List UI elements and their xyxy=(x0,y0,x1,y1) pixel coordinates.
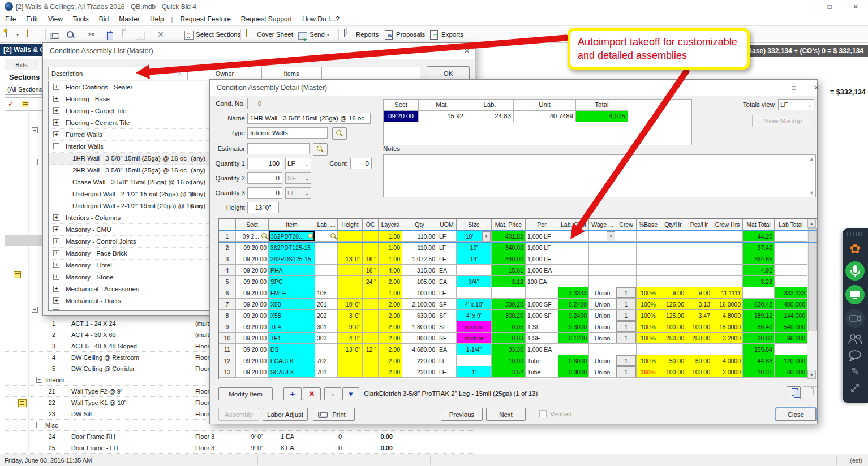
grid-cell[interactable]: 189.12 xyxy=(743,310,775,321)
grid-cell[interactable]: 10 xyxy=(219,333,236,344)
grid-cell[interactable] xyxy=(775,231,807,242)
grid-cell[interactable]: 701 xyxy=(315,366,338,378)
grid-cell[interactable]: 4.0000 xyxy=(712,355,743,366)
grid-cell[interactable]: 630.42 xyxy=(743,299,775,310)
grid-col-header[interactable]: OC xyxy=(363,219,379,231)
grid-row[interactable]: 109 2...362PDT20...1.00110.00LF10'▾401.8… xyxy=(219,231,817,242)
grid-col-header[interactable]: Size xyxy=(457,219,492,231)
maximize-button[interactable]: □ xyxy=(433,44,453,58)
type-field[interactable]: Interior Walls xyxy=(247,127,328,139)
grid-cell[interactable]: 3/4" xyxy=(457,276,492,287)
grid-cell[interactable]: X58 xyxy=(269,310,315,321)
grid-cell[interactable]: SF xyxy=(437,333,457,344)
grid-cell[interactable]: 1,072.50 xyxy=(402,253,437,265)
grid-cell[interactable] xyxy=(457,265,492,276)
close-button[interactable]: ✕ xyxy=(807,81,826,94)
grid-cell[interactable] xyxy=(338,231,363,242)
grid-col-header[interactable] xyxy=(219,219,236,231)
grid-cell[interactable] xyxy=(492,287,526,299)
grid-cell[interactable]: 09 20 00 xyxy=(236,344,269,355)
webcam-button[interactable] xyxy=(845,309,865,328)
grid-cell[interactable]: Union xyxy=(589,287,616,299)
grid-cell[interactable]: 2.00 xyxy=(379,276,402,287)
add-item-button[interactable]: + xyxy=(283,387,302,400)
grid-cell[interactable]: ▾ xyxy=(589,231,616,242)
grid-cell[interactable]: 100.00 xyxy=(686,321,712,333)
grid-cell[interactable]: Union xyxy=(589,310,616,321)
grid-cell[interactable]: 1.00 xyxy=(379,253,402,265)
ok-button[interactable]: OK xyxy=(427,66,470,80)
scroll-down-icon[interactable]: ▼ xyxy=(807,370,816,379)
grid-cell[interactable]: 18.0000 xyxy=(712,321,743,333)
grid-cell[interactable]: 125.00 xyxy=(660,299,686,310)
grid-cell[interactable]: 14' xyxy=(457,253,492,265)
grid-row[interactable]: 209 20 00362PDT125-151.00110.00LF10'340.… xyxy=(219,242,817,253)
grid-cell[interactable]: 105.00 xyxy=(402,276,437,287)
grid-cell[interactable]: Union xyxy=(589,366,616,378)
grid-cell[interactable]: 1,000 EA xyxy=(526,265,558,276)
grid-cell[interactable]: mixture xyxy=(457,321,492,333)
grid-cell[interactable]: 4.92 xyxy=(743,265,775,276)
grid-cell[interactable] xyxy=(637,265,660,276)
grid-cell[interactable]: 1 xyxy=(616,321,637,333)
grid-cell[interactable]: 10.31 xyxy=(743,366,775,378)
grid-row[interactable]: 509 20 00SPC24 "2.00105.00EA3/4"3.12100 … xyxy=(219,276,817,287)
grid-cell[interactable]: 2.00 xyxy=(379,333,402,344)
close-button[interactable]: ✕ xyxy=(457,44,476,58)
grid-col-header[interactable]: Lab. ... xyxy=(315,219,338,231)
grid-cell[interactable]: 3.52 xyxy=(492,366,526,378)
grid-cell[interactable]: DS xyxy=(269,344,315,355)
grid-cell[interactable]: 09 20 00 xyxy=(236,333,269,344)
grid-cell[interactable]: 10' 0" xyxy=(338,299,363,310)
gotomeeting-daisy-icon[interactable]: ✿ xyxy=(845,241,865,257)
grid-cell[interactable]: 9.00 xyxy=(660,287,686,299)
paste-grid-button[interactable] xyxy=(803,386,817,399)
grid-cell[interactable]: LF xyxy=(437,253,457,265)
grid-cell[interactable]: 2.00 xyxy=(379,310,402,321)
grid-cell[interactable] xyxy=(315,253,338,265)
grid-cell[interactable]: 1.00 xyxy=(379,287,402,299)
minimize-button[interactable]: – xyxy=(762,81,781,94)
screen-share-button[interactable] xyxy=(845,285,865,304)
grid-cell[interactable]: Tube xyxy=(526,366,558,378)
grid-cell[interactable]: Union xyxy=(589,355,616,366)
grid-cell[interactable]: 301 xyxy=(315,321,338,333)
grid-cell[interactable] xyxy=(558,344,589,355)
move-up-button[interactable]: ▲ xyxy=(324,387,341,400)
grid-cell[interactable]: 1.00 xyxy=(379,231,402,242)
close-button[interactable]: Close xyxy=(776,408,816,421)
chat-icon[interactable] xyxy=(845,350,865,363)
grid-cell[interactable]: SPC xyxy=(269,276,315,287)
column-header-owner[interactable]: Owner xyxy=(188,67,261,80)
grid-cell[interactable]: 630.00 xyxy=(402,310,437,321)
grid-cell[interactable] xyxy=(338,242,363,253)
grid-col-header[interactable]: Qty xyxy=(402,219,437,231)
grid-cell[interactable] xyxy=(315,276,338,287)
grid-cell[interactable]: 09 20 00 xyxy=(236,287,269,299)
grid-cell[interactable]: 09 20 00 xyxy=(236,355,269,366)
summary-cell[interactable]: 09 20 00 xyxy=(384,111,419,122)
grid-cell[interactable] xyxy=(589,265,616,276)
expand-icon[interactable] xyxy=(845,381,865,396)
collapse-icon[interactable]: − xyxy=(36,377,42,383)
grid-cell[interactable]: LF xyxy=(437,231,457,242)
grid-cell[interactable]: 3.28 xyxy=(743,276,775,287)
grid-cell[interactable]: 6 xyxy=(219,287,236,299)
grid-cell[interactable]: 201 xyxy=(315,299,338,310)
grid-cell[interactable] xyxy=(775,276,807,287)
grid-cell[interactable]: 155.84 xyxy=(743,344,775,355)
grid-cell[interactable]: 13' 0" xyxy=(338,253,363,265)
grid-col-header[interactable]: Qty/Hr xyxy=(660,219,686,231)
grid-row[interactable]: 809 20 00X582023' 0"2.00630.00SF4' x 9'3… xyxy=(219,310,817,321)
grid-cell[interactable] xyxy=(363,299,379,310)
grid-cell[interactable]: 5 xyxy=(219,276,236,287)
grid-cell[interactable] xyxy=(660,265,686,276)
grid-cell[interactable]: 3.2000 xyxy=(712,333,743,344)
grid-cell[interactable] xyxy=(616,231,637,242)
grid-cell[interactable]: 09 20 00 xyxy=(236,265,269,276)
condition-row[interactable]: 24Door Frame RHFloor 39' 0"1 EA00.00 xyxy=(5,431,474,442)
grid-cell[interactable] xyxy=(686,265,712,276)
grid-cell[interactable]: LF xyxy=(437,366,457,378)
grid-cell[interactable] xyxy=(315,231,338,242)
grid-cell[interactable]: 37.40 xyxy=(743,242,775,253)
